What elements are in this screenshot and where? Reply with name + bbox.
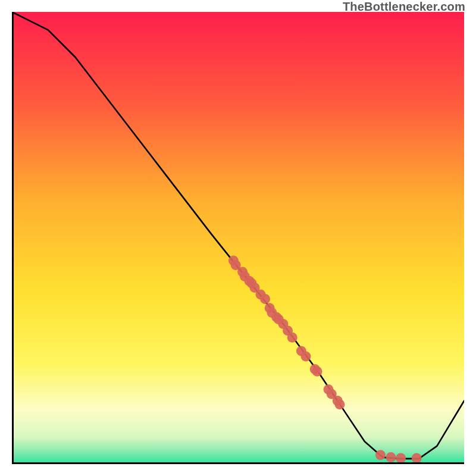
data-point	[396, 453, 406, 464]
chart-svg	[12, 12, 464, 464]
data-point	[287, 333, 298, 343]
scatter-points	[228, 256, 422, 464]
data-point	[335, 399, 345, 409]
data-point	[375, 450, 386, 460]
data-point	[260, 294, 270, 304]
bottleneck-curve	[12, 12, 464, 459]
plot-area	[12, 12, 464, 464]
data-point	[301, 352, 311, 362]
data-point	[412, 453, 422, 464]
data-point	[386, 452, 396, 462]
chart-frame: TheBottlenecker.com	[0, 0, 476, 476]
data-point	[312, 367, 322, 377]
